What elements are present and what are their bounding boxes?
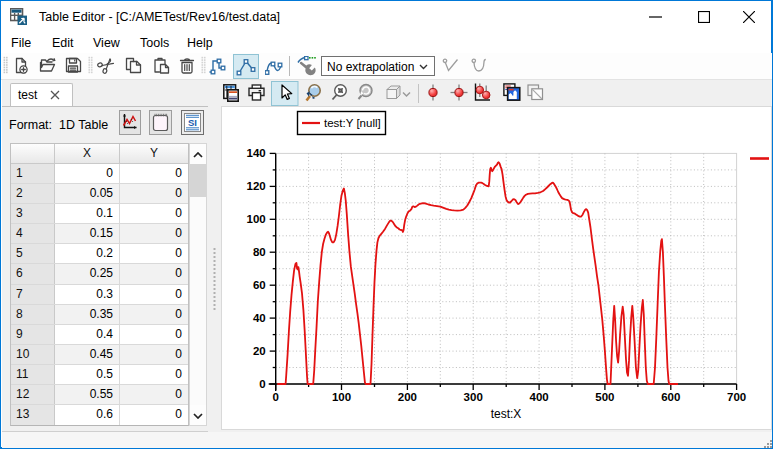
svg-text:140: 140 <box>247 147 266 159</box>
svg-text:20: 20 <box>253 345 266 357</box>
svg-text:80: 80 <box>253 246 266 258</box>
svg-text:400: 400 <box>530 391 549 403</box>
svg-text:40: 40 <box>253 312 266 324</box>
svg-text:300: 300 <box>464 391 483 403</box>
svg-text:600: 600 <box>661 391 680 403</box>
svg-text:test:X: test:X <box>491 407 522 421</box>
svg-text:0: 0 <box>259 378 265 390</box>
svg-text:test:Y [null]: test:Y [null] <box>324 117 381 129</box>
svg-text:60: 60 <box>253 279 266 291</box>
svg-text:700: 700 <box>727 391 746 403</box>
svg-text:100: 100 <box>332 391 351 403</box>
svg-text:120: 120 <box>247 180 266 192</box>
svg-text:0: 0 <box>272 391 278 403</box>
svg-text:200: 200 <box>398 391 417 403</box>
svg-text:SI: SI <box>188 117 197 128</box>
svg-text:100: 100 <box>247 213 266 225</box>
svg-text:500: 500 <box>595 391 614 403</box>
